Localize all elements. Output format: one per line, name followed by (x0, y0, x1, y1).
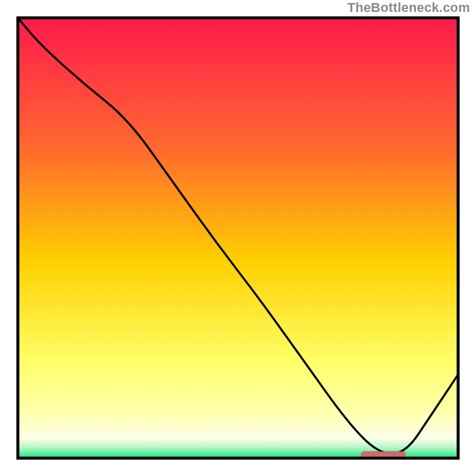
plot-area (18, 18, 458, 458)
bottleneck-chart (0, 0, 476, 476)
chart-container: TheBottleneck.com (0, 0, 476, 476)
